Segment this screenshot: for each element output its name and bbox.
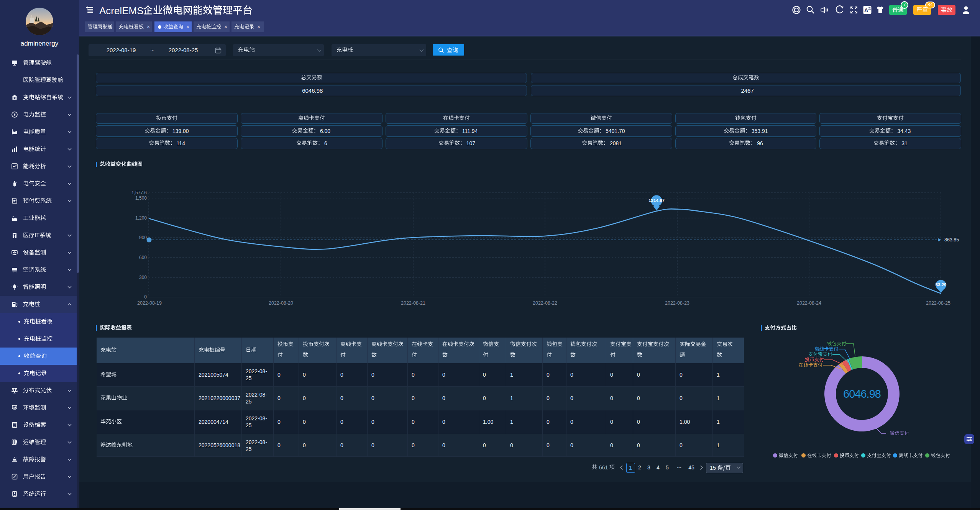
svg-text:600: 600 <box>139 255 147 260</box>
svg-text:300: 300 <box>139 275 147 280</box>
svg-text:2022-08-19: 2022-08-19 <box>137 300 162 306</box>
svg-text:1,200: 1,200 <box>135 215 147 221</box>
svg-text:2022-08-24: 2022-08-24 <box>797 300 821 306</box>
svg-text:1,577.6: 1,577.6 <box>131 190 147 195</box>
svg-text:2022-08-23: 2022-08-23 <box>665 300 689 306</box>
svg-text:900: 900 <box>139 235 147 240</box>
svg-text:863.85: 863.85 <box>944 237 959 243</box>
svg-text:1314.67: 1314.67 <box>648 198 665 203</box>
svg-text:2022-08-21: 2022-08-21 <box>401 300 425 306</box>
svg-text:2022-08-22: 2022-08-22 <box>533 300 557 306</box>
svg-text:A: A <box>864 7 868 13</box>
svg-text:1,500: 1,500 <box>135 195 147 201</box>
svg-text:2022-08-20: 2022-08-20 <box>269 300 293 306</box>
svg-text:53.29: 53.29 <box>936 282 947 287</box>
svg-text:2022-08-25: 2022-08-25 <box>926 300 950 306</box>
svg-text:0: 0 <box>144 294 147 300</box>
